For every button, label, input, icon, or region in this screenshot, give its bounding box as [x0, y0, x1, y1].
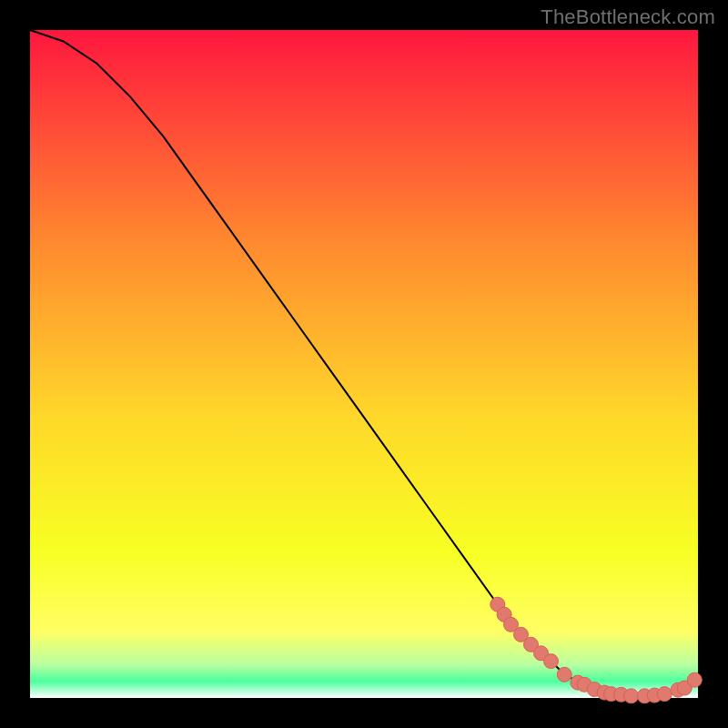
data-point — [544, 654, 559, 669]
data-point — [624, 689, 639, 703]
data-point — [687, 672, 702, 687]
data-point — [557, 667, 571, 682]
bottleneck-chart — [0, 0, 728, 728]
plot-background — [30, 30, 698, 698]
chart-stage: TheBottleneck.com — [0, 0, 728, 728]
data-point — [657, 687, 672, 702]
watermark-text: TheBottleneck.com — [541, 5, 715, 29]
